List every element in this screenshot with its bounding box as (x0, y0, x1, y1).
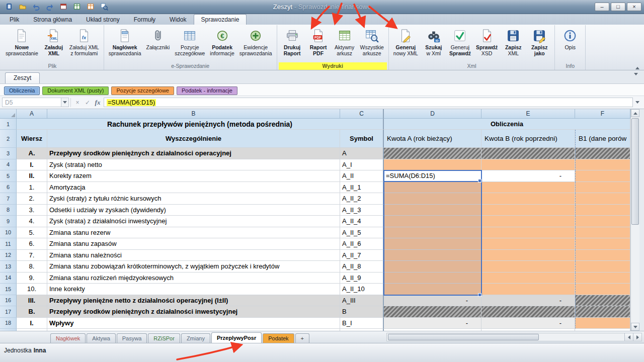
cell[interactable]: Wpływy (47, 318, 340, 329)
cell[interactable]: B. (17, 306, 47, 318)
cancel-entry-button[interactable]: × (72, 98, 83, 107)
cell[interactable] (481, 284, 575, 295)
row-header[interactable]: 9 (0, 216, 17, 227)
cell[interactable] (481, 273, 575, 284)
grid-search-button[interactable] (99, 2, 109, 12)
cell[interactable]: A. (17, 148, 47, 159)
row-header[interactable]: 12 (0, 250, 17, 261)
notebook-button[interactable] (4, 2, 14, 12)
nowe-sprawozdanie-button[interactable]: Nowesprawozdanie (3, 27, 41, 58)
header-cell-wiersz[interactable]: Wiersz (17, 130, 47, 148)
cell[interactable] (481, 238, 575, 250)
cell[interactable] (384, 284, 481, 295)
cell[interactable] (575, 284, 630, 295)
column-header-C[interactable]: C (340, 109, 384, 119)
cell[interactable] (481, 227, 575, 239)
cell[interactable]: Odsetki i udziały w zyskach (dywidendy) (47, 205, 340, 216)
zapisz-xml-button[interactable]: ZapiszXML (500, 27, 526, 58)
name-box[interactable]: D5 (2, 98, 61, 107)
cell[interactable]: 1. (17, 182, 47, 194)
cell[interactable] (384, 216, 481, 227)
cell[interactable] (575, 273, 630, 284)
zalaczniki-button[interactable]: Załączniki (144, 27, 173, 52)
collapse-ribbon-button[interactable] (635, 58, 639, 67)
column-header-D[interactable]: D (384, 109, 481, 119)
cell[interactable] (575, 318, 630, 329)
cell[interactable] (384, 182, 481, 194)
zapisz-jako-button[interactable]: Zapiszjako (526, 27, 552, 58)
cell[interactable]: - (384, 295, 481, 307)
cell[interactable]: 6. (17, 238, 47, 250)
formula-bar-expand-button[interactable] (633, 98, 642, 107)
cell[interactable] (481, 182, 575, 194)
ribbon-tab-plik[interactable]: Plik (3, 15, 26, 25)
cell[interactable] (575, 205, 630, 216)
row-header[interactable]: 5 (0, 170, 17, 182)
cell[interactable] (384, 250, 481, 261)
cell[interactable]: Przepływy pieniężne netto z działalności… (47, 295, 340, 307)
header-cell-kwota-a[interactable]: Kwota A (rok bieżący) (384, 130, 481, 148)
workbook-dropdown-button[interactable] (634, 75, 638, 84)
cell[interactable]: Zysk (strata) netto (47, 159, 340, 171)
header-cell-wyszczegolnienie[interactable]: Wyszczególnienie (47, 130, 340, 148)
horizontal-scroll-track[interactable] (387, 333, 624, 341)
row-header[interactable]: 1 (0, 119, 17, 130)
cell[interactable] (481, 250, 575, 261)
redo-button[interactable] (45, 2, 55, 12)
row-header[interactable]: 16 (0, 295, 17, 307)
cell[interactable]: Zysk (strata) z działalności inwestycyjn… (47, 216, 340, 227)
cell[interactable]: Zmiana stanu zapasów (47, 238, 340, 250)
maximize-button[interactable]: □ (611, 3, 625, 11)
cell[interactable]: B_I (340, 318, 384, 329)
cell[interactable] (481, 148, 575, 159)
cell[interactable]: A_I (340, 159, 384, 171)
cell[interactable]: A_II_3 (340, 205, 384, 216)
sheet-tab-rzispor[interactable]: RZiSPor (148, 333, 180, 343)
generuj-sprawdz-button[interactable]: GenerujSprawdź (447, 27, 473, 58)
cell[interactable]: Zmiana stanu należności (47, 250, 340, 261)
cell[interactable] (481, 216, 575, 227)
sheet-tab-nag-wek[interactable]: Nagłówek (50, 333, 86, 343)
ribbon-tab-sprawozdanie[interactable]: Sprawozdanie (194, 14, 246, 25)
cell[interactable]: A_II_5 (340, 227, 384, 239)
row-header[interactable]: 15 (0, 284, 17, 295)
column-header-F[interactable]: F (575, 109, 630, 119)
scroll-up-button[interactable] (631, 109, 639, 117)
cell[interactable] (575, 238, 630, 250)
sheet-tab-przeplywyposr[interactable]: PrzeplywyPosr (211, 332, 262, 343)
cell[interactable]: =SUMA(D6:D15) (384, 170, 481, 182)
cell[interactable]: - (481, 295, 575, 307)
cell[interactable] (481, 306, 575, 318)
scroll-left-button[interactable] (624, 333, 633, 341)
podatek-informacje-button[interactable]: €Podatekinformacje (207, 27, 236, 58)
merged-title-cell[interactable]: Rachunek przepływów pieniężnych (metoda … (17, 119, 384, 130)
cell[interactable]: B (340, 306, 384, 318)
zaladuj-xml-button[interactable]: XMLZaładujXML (41, 27, 67, 58)
cell[interactable]: - (481, 170, 575, 182)
cell[interactable] (575, 216, 630, 227)
raport-pdf-button[interactable]: PDFRaportPDF (305, 27, 332, 58)
merged-obliczenia-cell[interactable]: Obliczenia (384, 119, 630, 130)
cell[interactable] (575, 170, 630, 182)
cell[interactable] (384, 205, 481, 216)
row-header[interactable]: 14 (0, 273, 17, 284)
row-header[interactable]: 7 (0, 193, 17, 205)
cell[interactable] (384, 273, 481, 284)
cell[interactable]: - (384, 318, 481, 329)
vertical-scroll-thumb[interactable] (631, 118, 639, 225)
cell[interactable] (575, 193, 630, 205)
cell[interactable]: Korekty razem (47, 170, 340, 182)
confirm-entry-button[interactable]: ✓ (83, 98, 93, 107)
cell[interactable] (575, 295, 630, 307)
row-header[interactable]: 10 (0, 227, 17, 239)
row-header[interactable]: 4 (0, 159, 17, 171)
cell[interactable]: A_II_6 (340, 238, 384, 250)
cell[interactable] (384, 261, 481, 273)
grid-corner[interactable] (0, 109, 17, 119)
cell[interactable]: Przepływy środków pieniężnych z działaln… (47, 148, 340, 159)
sprawdz-xsd-button[interactable]: SprawdźXSD (473, 27, 500, 58)
cell[interactable]: A_II_8 (340, 261, 384, 273)
vertical-scroll-track[interactable] (631, 117, 639, 323)
cell[interactable]: A_II_7 (340, 250, 384, 261)
name-box-dropdown[interactable] (61, 98, 69, 107)
